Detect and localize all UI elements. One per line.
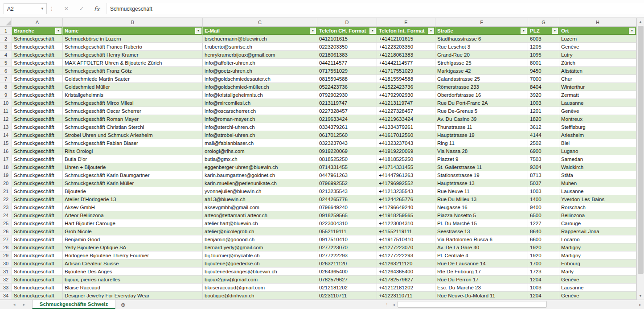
cell-email[interactable]: karin.baumgartner@goldnet.ch xyxy=(203,171,317,179)
cell-email[interactable]: brschuermann@bluewin.ch xyxy=(203,35,317,43)
cell-strasse[interactable]: Rue De-Grenus 5 xyxy=(435,107,528,115)
cell-ort[interactable]: Martigny xyxy=(559,251,636,260)
cell-strasse[interactable]: Seestrasse 13 xyxy=(435,227,528,235)
cell-telefon-ch[interactable]: 0717551029 xyxy=(317,67,377,75)
cell-plz[interactable]: 9400 xyxy=(528,203,559,211)
cell-plz[interactable]: 1920 xyxy=(528,243,559,251)
cell-email[interactable]: info@oscarscherrer.ch xyxy=(203,107,317,115)
cell-plz[interactable]: 1204 xyxy=(528,276,559,284)
cell-branche[interactable]: Schmuckgeschäft xyxy=(12,131,63,139)
cell-telefon-ch[interactable]: 0212181202 xyxy=(317,284,377,292)
cell-telefon-int[interactable]: +41796649240 xyxy=(377,203,435,211)
row-number[interactable]: 30 xyxy=(0,260,12,268)
cell-name[interactable]: Butia D'or xyxy=(63,155,203,163)
cell-branche[interactable]: Schmuckgeschäft xyxy=(12,67,63,75)
cell-telefon-int[interactable]: +41219633424 xyxy=(377,115,435,123)
cell-email[interactable]: info@strobel-uhren.ch xyxy=(203,131,317,139)
cell-strasse[interactable]: Römerstrasse 233 xyxy=(435,83,528,91)
cell-telefon-int[interactable]: +41918259565 xyxy=(377,211,435,219)
cell-ort[interactable]: Genève xyxy=(559,43,636,51)
cell-ort[interactable]: Rorschach xyxy=(559,203,636,211)
cell-ort[interactable]: Genève xyxy=(559,107,636,115)
cell-email[interactable]: atelier@nicolegrob.ch xyxy=(203,227,317,235)
cell-ort[interactable]: Rapperswil-Jona xyxy=(559,227,636,235)
row-number[interactable]: 9 xyxy=(0,91,12,99)
filter-icon[interactable]: ▼ xyxy=(521,28,527,34)
cell-ort[interactable]: Arlesheim xyxy=(559,131,636,139)
filter-icon[interactable]: ▼ xyxy=(629,28,635,34)
row-number[interactable]: 29 xyxy=(0,251,12,260)
row-number[interactable]: 21 xyxy=(0,187,12,195)
cell-telefon-ch[interactable]: 0782579627 xyxy=(317,276,377,284)
cell-name[interactable]: Atelier D'Horlogerie 13 xyxy=(63,195,203,203)
header-cell-plz[interactable]: PLZ ▼ xyxy=(528,27,559,35)
cell-telefon-ch[interactable]: 0714331455 xyxy=(317,163,377,171)
cell-email[interactable]: info@mircomilesi.ch xyxy=(203,99,317,107)
row-number[interactable]: 31 xyxy=(0,268,12,276)
vertical-scrollbar-thumb[interactable] xyxy=(638,26,644,274)
cell-plz[interactable]: 1201 xyxy=(528,107,559,115)
vertical-scrollbar[interactable]: ▲ ▼ xyxy=(636,18,644,300)
cell-name[interactable]: Goldschmiede Martin Sauter xyxy=(63,75,203,83)
row-number[interactable]: 17 xyxy=(0,155,12,163)
cell-plz[interactable]: 5037 xyxy=(528,179,559,187)
cell-branche[interactable]: Schmuckgeschäft xyxy=(12,99,63,107)
cell-branche[interactable]: Schmuckgeschäft xyxy=(12,51,63,59)
cell-plz[interactable]: 1003 xyxy=(528,284,559,292)
filter-icon[interactable]: ▼ xyxy=(310,28,316,34)
row-number[interactable]: 28 xyxy=(0,243,12,251)
cell-telefon-int[interactable]: +41714331455 xyxy=(377,163,435,171)
cell-strasse[interactable]: Neugasse 16 xyxy=(435,203,528,211)
cell-email[interactable]: atelier.hart@bluewin.ch xyxy=(203,219,317,227)
cell-name[interactable]: Schmuckgeschäft Henry Kramer xyxy=(63,51,203,59)
cell-plz[interactable]: 1920 xyxy=(528,251,559,260)
cell-telefon-ch[interactable]: 0263211120 xyxy=(317,260,377,268)
row-number[interactable]: 16 xyxy=(0,147,12,155)
cell-email[interactable]: info@goldschmiedesauter.ch xyxy=(203,75,317,83)
cell-ort[interactable]: Chur xyxy=(559,75,636,83)
column-header-d[interactable]: D xyxy=(317,18,377,26)
cell-plz[interactable]: 1700 xyxy=(528,260,559,268)
row-number[interactable]: 23 xyxy=(0,203,12,211)
row-number[interactable]: 19 xyxy=(0,171,12,179)
cell-name[interactable]: Schmuckgeschäft Mirco Milesi xyxy=(63,99,203,107)
cell-email[interactable]: yvonnejulier@bluewin.ch xyxy=(203,187,317,195)
cell-branche[interactable]: Schmuckgeschäft xyxy=(12,235,63,243)
cell-plz[interactable]: 1227 xyxy=(528,219,559,227)
cell-branche[interactable]: Schmuckgeschäft xyxy=(12,155,63,163)
cell-strasse[interactable]: Hauptstrasse 19 xyxy=(435,131,528,139)
formula-input[interactable]: Schmuckgeschäft xyxy=(107,3,644,14)
row-number[interactable]: 32 xyxy=(0,276,12,284)
cell-branche[interactable]: Schmuckgeschäft xyxy=(12,83,63,91)
row-number[interactable]: 34 xyxy=(0,292,12,300)
cell-strasse[interactable]: Thunstrasse 11 xyxy=(435,123,528,131)
cell-plz[interactable]: 8713 xyxy=(528,171,559,179)
cell-ort[interactable]: Stäfa xyxy=(559,171,636,179)
cell-plz[interactable]: 1204 xyxy=(528,292,559,300)
cell-ort[interactable]: Fribourg xyxy=(559,260,636,268)
filter-icon[interactable]: ▼ xyxy=(552,28,558,34)
cell-strasse[interactable]: Rue Du Port-Franc 2A xyxy=(435,99,528,107)
formula-bar-drag-handle-icon[interactable]: ⁞ xyxy=(47,6,57,12)
cell-name[interactable]: Arteor Bellinzona xyxy=(63,211,203,219)
cell-ort[interactable]: Samedan xyxy=(559,155,636,163)
row-number[interactable]: 20 xyxy=(0,179,12,187)
row-number[interactable]: 5 xyxy=(0,59,12,67)
cell-ort[interactable]: Genève xyxy=(559,276,636,284)
cell-strasse[interactable]: St. Gallerstrasse 11 xyxy=(435,163,528,171)
cell-telefon-ch[interactable]: 0223004310 xyxy=(317,219,377,227)
cell-branche[interactable]: Schmuckgeschäft xyxy=(12,35,63,43)
cell-branche[interactable]: Schmuckgeschäft xyxy=(12,43,63,51)
cell-ort[interactable]: Zürich xyxy=(559,59,636,67)
cell-telefon-int[interactable]: +41917510410 xyxy=(377,235,435,243)
row-number[interactable]: 7 xyxy=(0,75,12,83)
cell-telefon-int[interactable]: +41277222293 xyxy=(377,251,435,260)
cell-telefon-int[interactable]: +41412101615 xyxy=(377,35,435,43)
cell-strasse[interactable]: Piazza Nosetto 5 xyxy=(435,211,528,219)
cell-ort[interactable]: Lugano xyxy=(559,147,636,155)
cell-ort[interactable]: Winterthur xyxy=(559,83,636,91)
row-number[interactable]: 3 xyxy=(0,43,12,51)
cell-email[interactable]: ah13@bluewin.ch xyxy=(203,195,317,203)
cell-telefon-int[interactable]: +41782579627 xyxy=(377,276,435,284)
cell-telefon-int[interactable]: +41218061383 xyxy=(377,51,435,59)
